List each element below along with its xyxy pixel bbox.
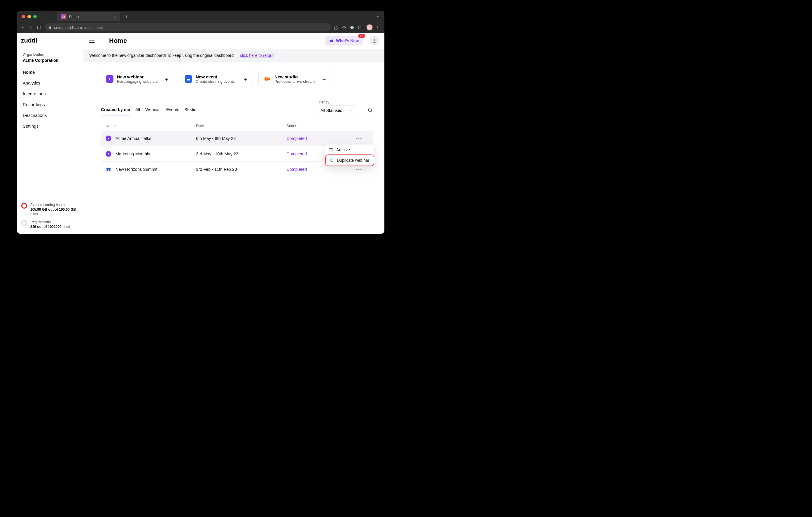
chevron-down-icon: [350, 109, 353, 112]
user-avatar-button[interactable]: [370, 36, 379, 45]
tab-close-button[interactable]: ×: [114, 14, 116, 19]
close-window-button[interactable]: [22, 15, 25, 18]
calendar-icon: [185, 75, 192, 83]
url-path: /dashboard: [84, 25, 103, 30]
page-title: Home: [109, 37, 127, 44]
svg-marker-18: [108, 138, 110, 140]
nav-forward-button[interactable]: [29, 25, 34, 30]
filter-group: Filter by All Statuses: [317, 100, 357, 115]
usage-recording-title: Event recording hours: [30, 203, 76, 207]
tab-events[interactable]: Events: [166, 107, 179, 115]
status-filter-value: All Statuses: [321, 108, 342, 113]
banner-link[interactable]: click here to return: [240, 53, 273, 58]
row-actions-button[interactable]: •••: [345, 167, 362, 172]
table-row[interactable]: Acme Annual Talks 6th May - 8th May 23 C…: [101, 131, 373, 146]
share-icon[interactable]: [334, 25, 339, 30]
tab-created-by-me[interactable]: Created by me: [101, 107, 130, 115]
org-name: Acme Corporation: [21, 57, 83, 67]
tab-all[interactable]: All: [135, 107, 140, 115]
whats-new-button[interactable]: What's New 18: [325, 36, 363, 45]
window-controls: [17, 15, 37, 18]
video-icon: [263, 75, 271, 83]
browser-menu-icon[interactable]: [376, 25, 381, 30]
menu-archive[interactable]: Archive: [325, 145, 374, 155]
brand-logo: zuddl: [21, 37, 83, 48]
reload-button[interactable]: [37, 25, 42, 30]
svg-rect-25: [107, 168, 111, 169]
nav-back-button[interactable]: [21, 25, 26, 30]
sidebar-toggle-button[interactable]: [89, 38, 94, 44]
card-title: New event: [196, 74, 239, 79]
sidebar-item-home[interactable]: Home: [21, 67, 83, 78]
row-date: 3rd Feb - 11th Feb 23: [196, 167, 286, 172]
svg-point-8: [22, 204, 27, 208]
usage-recording-suffix: used: [30, 212, 76, 216]
row-name: Acme Annual Talks: [116, 136, 151, 141]
svg-line-17: [371, 111, 372, 112]
tab-studio[interactable]: Studio: [184, 107, 196, 115]
search-button[interactable]: [368, 108, 373, 113]
menu-duplicate-webinar[interactable]: Duplicate webinar: [326, 155, 374, 165]
profile-avatar-icon[interactable]: [366, 24, 373, 31]
archive-icon: [329, 148, 334, 152]
play-icon: [106, 135, 111, 141]
org-label: Organization: [21, 48, 83, 57]
main-panel: Home What's New 18 Welcome to the new or…: [83, 33, 384, 234]
sidebar-item-analytics[interactable]: Analytics: [21, 78, 83, 88]
tab-webinar[interactable]: Webinar: [145, 107, 161, 115]
titlebar: 18 Setup × ＋: [17, 11, 384, 22]
col-status: Status: [286, 124, 345, 128]
new-event-card[interactable]: New event Create stunning events ＋: [180, 70, 253, 88]
card-subtitle: Host engaging webinars: [117, 79, 160, 84]
menu-archive-label: Archive: [336, 148, 350, 152]
tab-overflow-button[interactable]: [376, 14, 380, 19]
sidebar-item-integrations[interactable]: Integrations: [21, 88, 83, 99]
side-panel-icon[interactable]: [358, 25, 364, 30]
browser-tab[interactable]: 18 Setup ×: [57, 12, 120, 21]
bookmark-star-icon[interactable]: [342, 25, 347, 30]
svg-rect-0: [49, 27, 51, 29]
info-banner: Welcome to the new organizer dashboard! …: [83, 49, 384, 62]
browser-window: 18 Setup × ＋ setup.zuddl.com/dashboard: [17, 11, 384, 234]
svg-point-7: [377, 28, 378, 29]
status-filter-select[interactable]: All Statuses: [317, 105, 357, 115]
calendar-icon: [106, 166, 111, 172]
sidebar-item-destinations[interactable]: Destinations: [21, 110, 83, 121]
fullscreen-window-button[interactable]: [33, 15, 37, 18]
table-header: Name Date Status: [101, 121, 373, 131]
row-name: Marketing Monthly: [116, 152, 150, 156]
row-name: New Horizons Summit: [116, 167, 157, 172]
new-webinar-card[interactable]: New webinar Host engaging webinars ＋: [101, 70, 174, 88]
sidebar: zuddl Organization Acme Corporation Home…: [17, 33, 83, 234]
card-subtitle: Professional live stream: [274, 79, 318, 84]
whats-new-badge: 18: [358, 34, 365, 38]
svg-rect-13: [187, 78, 190, 79]
play-icon: [106, 75, 113, 83]
filter-bar: Created by me All Webinar Events Studio …: [83, 90, 384, 115]
minimize-window-button[interactable]: [27, 15, 31, 18]
url-host: setup.zuddl.com: [54, 25, 82, 30]
svg-point-6: [377, 27, 378, 28]
usage-recording: Event recording hours 105.89 GB out of 1…: [21, 201, 83, 218]
recording-usage-icon: [21, 203, 27, 209]
sidebar-item-settings[interactable]: Settings: [21, 121, 83, 131]
tab-title: Setup: [69, 14, 79, 19]
row-actions-button[interactable]: •••: [345, 136, 362, 141]
new-studio-card[interactable]: New studio Professional live stream ＋: [258, 70, 332, 88]
svg-point-16: [368, 109, 372, 112]
row-date: 6th May - 8th May 23: [196, 136, 286, 141]
svg-marker-23: [108, 153, 110, 155]
copy-icon: [329, 158, 334, 162]
extensions-icon[interactable]: [350, 25, 355, 30]
menu-duplicate-label: Duplicate webinar: [337, 158, 369, 163]
svg-point-9: [22, 220, 27, 225]
svg-rect-19: [329, 148, 333, 149]
svg-point-10: [374, 39, 375, 41]
sidebar-item-recordings[interactable]: Recordings: [21, 99, 83, 110]
row-context-menu: Archive Duplicate webinar: [325, 144, 375, 166]
topbar: Home What's New 18: [83, 33, 384, 49]
usage-registrations-title: Registrations: [30, 220, 70, 224]
new-tab-button[interactable]: ＋: [124, 13, 129, 20]
row-status: Completed: [286, 167, 345, 172]
url-input[interactable]: setup.zuddl.com/dashboard: [45, 23, 331, 31]
